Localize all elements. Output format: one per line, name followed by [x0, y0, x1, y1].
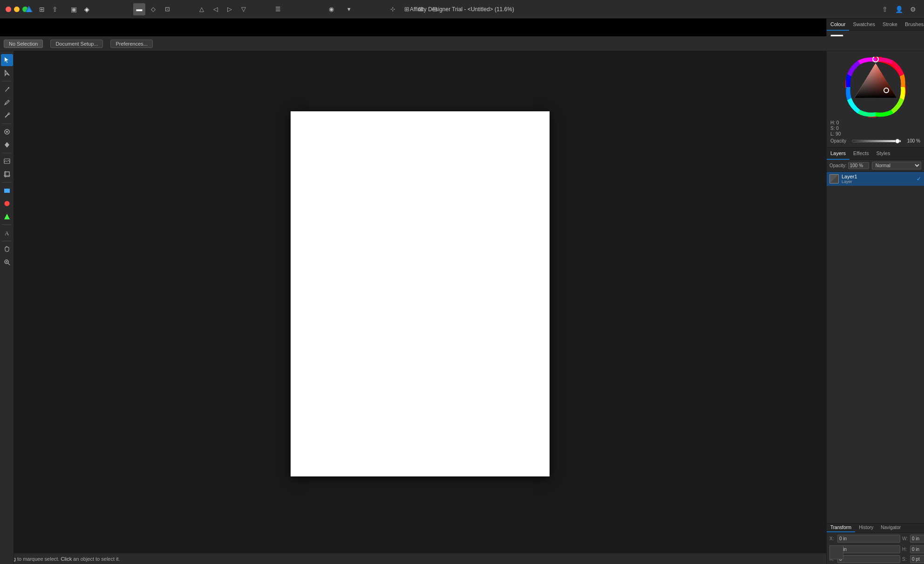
- toolbar-r4-btn[interactable]: ⊟: [428, 3, 441, 15]
- no-selection-btn[interactable]: No Selection: [4, 40, 43, 48]
- left-toolbar: A: [0, 51, 14, 564]
- transform-tabs: Transform History Navigator: [827, 523, 924, 533]
- toolbar-node-btn[interactable]: ◇: [147, 3, 159, 15]
- transform-s: S:: [902, 555, 924, 563]
- svg-marker-16: [4, 214, 10, 219]
- transform-panel: Transform History Navigator X: W: Y: H: …: [826, 523, 924, 564]
- settings-icon[interactable]: ⚙: [907, 4, 918, 15]
- image-tool[interactable]: [1, 155, 13, 167]
- preferences-btn[interactable]: Preferences...: [110, 40, 152, 48]
- toolbar-align-btn[interactable]: ☰: [272, 3, 284, 15]
- layer-visible-check[interactable]: ✓: [917, 176, 921, 182]
- svg-marker-3: [5, 70, 9, 75]
- tool-separator-3: [2, 153, 12, 153]
- toolbar-more-btn[interactable]: ▾: [343, 3, 355, 15]
- toolbar-pen2-btn[interactable]: ◁: [210, 3, 222, 15]
- opacity-slider[interactable]: [852, 140, 901, 143]
- tab-effects[interactable]: Effects: [849, 148, 872, 160]
- tab-layers[interactable]: Layers: [827, 148, 849, 160]
- status-bar: Drag to marquee select. Click an object …: [0, 553, 826, 564]
- grid-view-icon[interactable]: ⊞: [36, 4, 48, 15]
- minimize-button[interactable]: [14, 7, 20, 12]
- text-tool[interactable]: A: [1, 227, 13, 239]
- toolbar-colour-btn[interactable]: ◉: [325, 3, 337, 15]
- user-icon[interactable]: 👤: [893, 4, 904, 15]
- layers-opacity-input[interactable]: [848, 162, 869, 169]
- svg-line-19: [8, 263, 10, 265]
- ellipse-tool[interactable]: [1, 197, 13, 210]
- toolbar-fx-icon[interactable]: ◈: [81, 4, 92, 15]
- w-label: W:: [902, 536, 909, 541]
- toolbar-r2-btn[interactable]: ⊞: [401, 3, 413, 15]
- tab-brushes[interactable]: Brushes: [901, 19, 924, 31]
- layers-controls: Opacity: Normal: [827, 160, 924, 172]
- tool-separator-2: [2, 123, 12, 124]
- crop-tool[interactable]: [1, 168, 13, 180]
- tool-separator-1: [2, 81, 12, 82]
- toolbar-pen1-btn[interactable]: △: [196, 3, 208, 15]
- layer-item-0[interactable]: Layer1 Layer ✓: [827, 172, 924, 186]
- hand-tool[interactable]: [1, 243, 13, 255]
- opacity-value: 100 %: [904, 138, 920, 143]
- pointer-tool[interactable]: [1, 54, 13, 66]
- paint-tool[interactable]: [1, 126, 13, 138]
- svg-point-15: [4, 201, 9, 206]
- fill-tool[interactable]: [1, 139, 13, 151]
- rectangle-tool[interactable]: [1, 184, 13, 197]
- transform-h: H:: [902, 545, 924, 553]
- document-setup-btn[interactable]: Document Setup...: [50, 40, 103, 48]
- share2-icon[interactable]: ⇧: [879, 4, 890, 15]
- svg-text:A: A: [5, 230, 9, 236]
- lum-value: L: 90: [830, 131, 920, 136]
- layer-name-group: Layer1 Layer: [842, 174, 914, 184]
- brush-tool[interactable]: [1, 109, 13, 122]
- close-button[interactable]: [6, 7, 11, 12]
- layer-name: Layer1: [842, 174, 914, 179]
- hsl-values: H: 0 S: 0 L: 90: [830, 120, 920, 136]
- zoom-tool[interactable]: [1, 256, 13, 268]
- pen-tool[interactable]: [1, 83, 13, 95]
- titlebar-icons: ⊞ ⇪ ▣ ◈ ▬ ◇ ⊡ △ ◁ ▷ ▽ ☰ ◉ ▾ ⊹ ⊞ ⊠ ⊟: [23, 3, 441, 15]
- layers-tabs: Layers Effects Styles: [827, 148, 924, 160]
- s-input[interactable]: [910, 555, 924, 563]
- opacity-row: Opacity 100 %: [830, 138, 920, 143]
- colour-tabs: Colour Swatches Stroke Brushes: [827, 19, 924, 31]
- tool-separator-6: [2, 241, 12, 241]
- h-label: H:: [902, 547, 909, 552]
- status-text: Drag to marquee select. Click an object …: [5, 556, 120, 562]
- tab-styles[interactable]: Styles: [872, 148, 894, 160]
- svg-point-8: [6, 131, 8, 133]
- x-input[interactable]: [837, 535, 900, 543]
- tab-navigator[interactable]: Navigator: [877, 523, 904, 532]
- colour-wheel-container: [830, 57, 920, 117]
- node-tool[interactable]: [1, 67, 13, 79]
- transform-xy: X: W:: [827, 533, 924, 544]
- share-icon[interactable]: ⇪: [49, 4, 61, 15]
- toolbar-pen3-btn[interactable]: ▷: [224, 3, 236, 15]
- colour-wheel-svg[interactable]: [845, 57, 906, 117]
- tab-transform[interactable]: Transform: [827, 523, 855, 532]
- layers-blend-select[interactable]: Normal: [872, 162, 921, 170]
- layers-opacity-group: Opacity:: [829, 162, 869, 169]
- y-input[interactable]: [837, 545, 900, 553]
- toolbar-rect-btn[interactable]: ▬: [133, 3, 145, 15]
- layer-sublabel: Layer: [842, 179, 914, 184]
- toolbar-r1-btn[interactable]: ⊹: [387, 3, 399, 15]
- pencil-tool[interactable]: [1, 96, 13, 109]
- toolbar-r3-btn[interactable]: ⊠: [414, 3, 427, 15]
- tab-swatches[interactable]: Swatches: [849, 19, 879, 31]
- toolbar-fill-icon[interactable]: ▣: [68, 4, 79, 15]
- right-panel: Colour Swatches Stroke Brushes: [826, 19, 924, 564]
- w-input[interactable]: [910, 535, 924, 543]
- toolbar-pen4-btn[interactable]: ▽: [238, 3, 250, 15]
- sat-value: S: 0: [830, 126, 920, 131]
- tab-stroke[interactable]: Stroke: [879, 19, 901, 31]
- layers-opacity-label: Opacity:: [829, 163, 847, 168]
- toolbar-crop-btn[interactable]: ⊡: [161, 3, 173, 15]
- triangle-tool[interactable]: [1, 211, 13, 223]
- tab-history[interactable]: History: [855, 523, 877, 532]
- r-input[interactable]: [837, 555, 900, 563]
- h-input[interactable]: [910, 545, 924, 553]
- tab-colour[interactable]: Colour: [827, 19, 849, 31]
- canvas-area[interactable]: [14, 51, 826, 564]
